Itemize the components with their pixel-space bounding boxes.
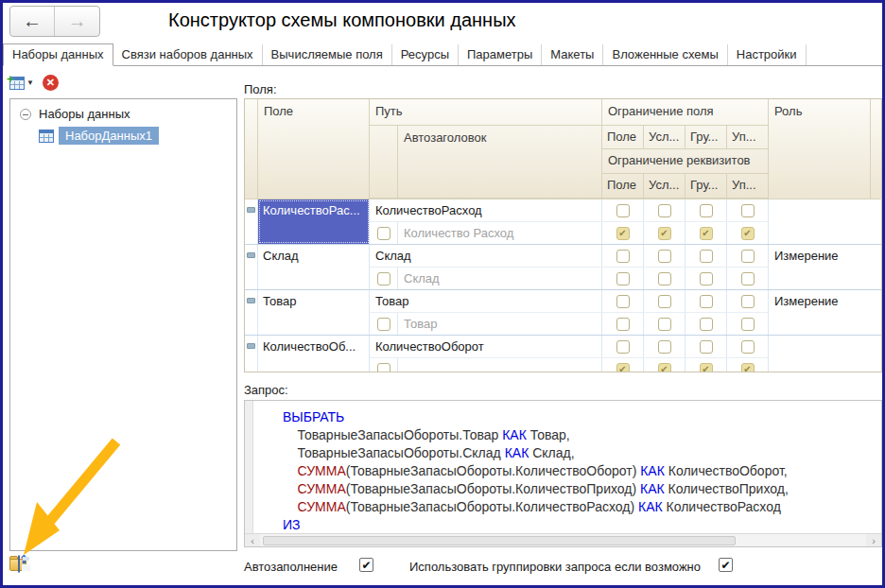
- path-cell[interactable]: КоличествоРасход: [370, 199, 602, 221]
- attr-restriction-checkbox[interactable]: ✔: [616, 272, 630, 285]
- attr-restriction-checkbox[interactable]: ✔: [616, 227, 630, 240]
- fields-table-body: КоличествоРас...КоличествоРасход✔✔✔✔✔Кол…: [245, 199, 881, 372]
- role-cell[interactable]: Измерение: [769, 245, 881, 289]
- tab-макеты[interactable]: Макеты: [542, 44, 603, 65]
- query-editor-gutter: [245, 401, 253, 533]
- header-path-column: Путь Автозаголовок: [370, 99, 602, 199]
- field-restriction-checkbox[interactable]: ✔: [616, 340, 630, 354]
- field-main-subrow: КоличествоОборот✔✔✔✔: [370, 336, 769, 358]
- field-restriction-checkbox[interactable]: ✔: [741, 204, 755, 217]
- field-restriction-checkbox[interactable]: ✔: [741, 340, 755, 354]
- field-main-subrow: КоличествоРасход✔✔✔✔: [370, 199, 769, 222]
- path-cell[interactable]: КоличествоОборот: [370, 336, 602, 357]
- path-cell[interactable]: Товар: [370, 290, 602, 312]
- query-line: ТоварныеЗапасыОбороты.Товар КАК Товар,: [283, 426, 881, 444]
- field-restriction-checkbox[interactable]: ✔: [616, 250, 630, 263]
- auto-title-cell[interactable]: [398, 358, 602, 372]
- field-restriction-checkbox[interactable]: ✔: [658, 340, 671, 354]
- attr-restriction-checkbox[interactable]: ✔: [741, 272, 755, 285]
- header-autotitle-checkbox-column: [370, 126, 398, 199]
- fields-section-label: Поля:: [244, 82, 277, 96]
- save-query-button[interactable]: [18, 556, 20, 573]
- attr-restriction-cell: ✔: [727, 358, 769, 372]
- field-restriction-checkbox[interactable]: ✔: [741, 295, 755, 308]
- field-restriction-cell: ✔: [644, 199, 685, 221]
- query-horizontal-scrollbar[interactable]: ‹ ›: [245, 533, 881, 546]
- field-restriction-checkbox[interactable]: ✔: [700, 250, 713, 263]
- delete-dataset-button[interactable]: ✕: [43, 75, 59, 91]
- scrollbar-thumb[interactable]: [263, 536, 736, 545]
- add-dataset-button[interactable]: + ▼: [9, 77, 34, 90]
- autofill-label: Автозаполнение: [244, 560, 338, 574]
- tab-связи-наборов-данных[interactable]: Связи наборов данных: [113, 44, 263, 65]
- attr-restriction-checkbox[interactable]: ✔: [700, 363, 713, 373]
- tree-item-dataset1[interactable]: НаборДанных1: [39, 127, 236, 145]
- field-restriction-checkbox[interactable]: ✔: [658, 250, 671, 263]
- tab-ресурсы[interactable]: Ресурсы: [392, 44, 459, 65]
- role-cell[interactable]: [769, 199, 881, 244]
- field-name-cell[interactable]: Товар: [258, 290, 370, 335]
- field-restriction-checkbox[interactable]: ✔: [741, 250, 755, 263]
- nav-button-group: ← →: [9, 6, 100, 37]
- attr-restriction-checkbox[interactable]: ✔: [741, 227, 755, 240]
- field-restriction-checkbox[interactable]: ✔: [616, 204, 630, 217]
- forward-arrow-icon: →: [68, 10, 87, 32]
- auto-title-cell[interactable]: Товар: [398, 313, 602, 335]
- attr-restriction-checkbox[interactable]: ✔: [741, 363, 755, 373]
- use-query-grouping-checkbox[interactable]: ✔: [719, 558, 733, 572]
- auto-title-cell[interactable]: Склад: [398, 268, 602, 289]
- field-restriction-checkbox[interactable]: ✔: [700, 340, 713, 354]
- field-name-cell[interactable]: КоличествоРас...: [258, 199, 370, 244]
- field-restriction-checkbox[interactable]: ✔: [658, 204, 671, 217]
- back-button[interactable]: ←: [10, 7, 55, 36]
- attr-restriction-checkbox[interactable]: ✔: [616, 318, 630, 331]
- chevron-down-icon: ▼: [26, 78, 34, 87]
- auto-title-checkbox[interactable]: ✔: [377, 363, 390, 373]
- auto-title-checkbox[interactable]: ✔: [377, 272, 390, 285]
- attr-restriction-checkbox[interactable]: ✔: [658, 318, 671, 331]
- tab-настройки[interactable]: Настройки: [728, 44, 807, 65]
- attr-restriction-checkbox[interactable]: ✔: [658, 272, 671, 285]
- query-line: ВЫБРАТЬ: [283, 408, 881, 426]
- attr-restriction-checkbox[interactable]: ✔: [700, 272, 713, 285]
- left-footer-toolbar: ⬆: [9, 556, 20, 573]
- attr-restriction-checkbox[interactable]: ✔: [700, 227, 713, 240]
- auto-title-checkbox[interactable]: ✔: [377, 318, 390, 331]
- autofill-checkbox[interactable]: ✔: [359, 558, 373, 572]
- field-restriction-checkbox[interactable]: ✔: [658, 295, 671, 308]
- attr-restriction-cell: ✔: [685, 358, 727, 372]
- path-cell[interactable]: Склад: [370, 245, 602, 267]
- field-name-cell[interactable]: КоличествоОб...: [258, 336, 370, 372]
- auto-title-checkbox[interactable]: ✔: [377, 227, 390, 240]
- attr-restriction-cell: ✔: [727, 268, 769, 289]
- attr-restriction-checkbox[interactable]: ✔: [741, 318, 755, 331]
- role-cell[interactable]: [769, 336, 881, 372]
- header-role-column: Роль: [769, 99, 871, 199]
- role-cell[interactable]: Измерение: [769, 290, 881, 335]
- query-line: СУММА(ТоварныеЗапасыОбороты.КоличествоПр…: [283, 480, 881, 498]
- tab-параметры[interactable]: Параметры: [459, 44, 542, 65]
- field-restriction-checkbox[interactable]: ✔: [700, 204, 713, 217]
- attr-restriction-checkbox[interactable]: ✔: [658, 227, 671, 240]
- scroll-left-button[interactable]: ‹: [245, 534, 260, 546]
- field-restriction-cell: ✔: [602, 245, 644, 267]
- tab-вычисляемые-поля[interactable]: Вычисляемые поля: [263, 44, 392, 65]
- tree-item-datasets-root[interactable]: Наборы данных: [10, 99, 236, 121]
- field-name-cell[interactable]: Склад: [258, 245, 370, 289]
- field-restriction-checkbox[interactable]: ✔: [700, 295, 713, 308]
- attr-restriction-checkbox[interactable]: ✔: [658, 363, 671, 373]
- forward-button[interactable]: →: [55, 7, 99, 36]
- scroll-right-button[interactable]: ›: [866, 534, 881, 546]
- attr-restriction-checkbox[interactable]: ✔: [616, 363, 630, 373]
- query-text[interactable]: ВЫБРАТЬ ТоварныеЗапасыОбороты.Товар КАК …: [254, 401, 881, 533]
- attr-restriction-checkbox[interactable]: ✔: [700, 318, 713, 331]
- auto-title-cell[interactable]: Количество Расход: [398, 222, 602, 244]
- tab-вложенные-схемы[interactable]: Вложенные схемы: [603, 44, 727, 65]
- field-restriction-checkbox[interactable]: ✔: [616, 295, 630, 308]
- field-row-icon-cell: [245, 245, 258, 289]
- tab-наборы-данных[interactable]: Наборы данных: [3, 43, 113, 66]
- collapse-icon[interactable]: [20, 109, 31, 120]
- query-line: СУММА(ТоварныеЗапасыОбороты.КоличествоОб…: [283, 462, 881, 480]
- query-editor[interactable]: ВЫБРАТЬ ТоварныеЗапасыОбороты.Товар КАК …: [244, 400, 882, 547]
- field-restriction-cell: ✔: [602, 199, 644, 221]
